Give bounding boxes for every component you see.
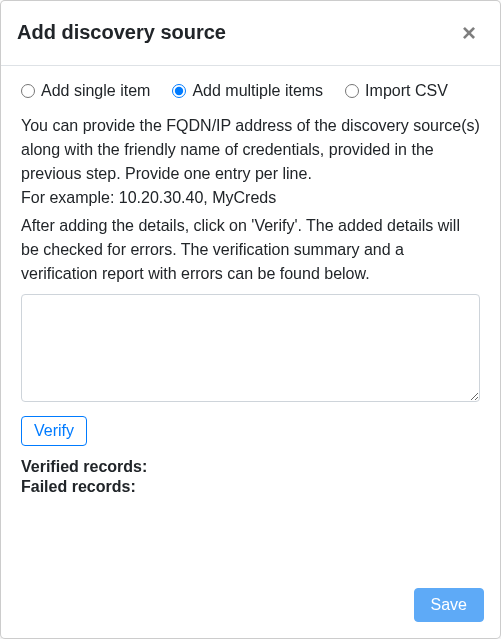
radio-single-label: Add single item <box>41 82 150 100</box>
instructions-text: You can provide the FQDN/IP address of t… <box>21 114 480 210</box>
modal-body: Add single item Add multiple items Impor… <box>1 66 500 576</box>
radio-import-label: Import CSV <box>365 82 448 100</box>
modal-footer: Save <box>1 576 500 638</box>
radio-option-single[interactable]: Add single item <box>21 82 150 100</box>
radio-option-multiple[interactable]: Add multiple items <box>172 82 323 100</box>
close-button[interactable]: × <box>454 17 484 49</box>
instructions-example: For example: 10.20.30.40, MyCreds <box>21 189 276 206</box>
mode-radio-group: Add single item Add multiple items Impor… <box>21 82 480 100</box>
radio-option-import[interactable]: Import CSV <box>345 82 448 100</box>
radio-import-input[interactable] <box>345 84 359 98</box>
failed-records-label: Failed records: <box>21 478 136 495</box>
failed-records-line: Failed records: <box>21 478 480 496</box>
instructions-line1: You can provide the FQDN/IP address of t… <box>21 117 480 182</box>
radio-single-input[interactable] <box>21 84 35 98</box>
verify-button[interactable]: Verify <box>21 416 87 446</box>
verified-records-label: Verified records: <box>21 458 147 475</box>
radio-multiple-input[interactable] <box>172 84 186 98</box>
entries-textarea[interactable] <box>21 294 480 402</box>
instructions-verify-text: After adding the details, click on 'Veri… <box>21 214 480 286</box>
verified-records-line: Verified records: <box>21 458 480 476</box>
radio-multiple-label: Add multiple items <box>192 82 323 100</box>
modal-header: Add discovery source × <box>1 1 500 66</box>
modal-title: Add discovery source <box>17 17 226 47</box>
add-discovery-source-modal: Add discovery source × Add single item A… <box>0 0 501 639</box>
save-button[interactable]: Save <box>414 588 484 622</box>
